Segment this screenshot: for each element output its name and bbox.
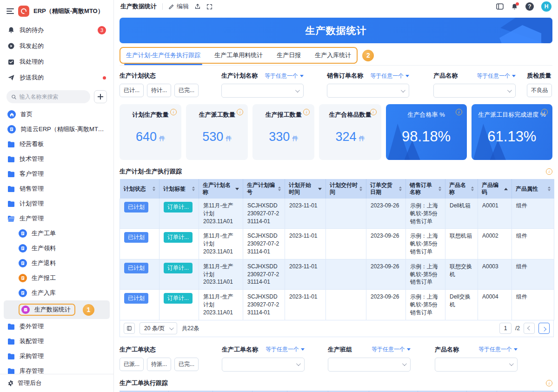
plan-name-select[interactable] [221,84,304,98]
search-input[interactable] [20,93,86,100]
column-header[interactable]: 计划交付时间 [326,179,366,199]
info-icon[interactable] [370,109,377,115]
gear-icon [7,380,14,386]
sidebar-folder-customer[interactable]: 客户管理 [4,166,110,181]
team-select[interactable] [328,358,411,372]
sidebar-item-material-pick[interactable]: 生产领料 [4,241,110,256]
column-header[interactable]: 产品属性 [512,179,554,199]
column-header[interactable]: 生产计划名称 [199,179,243,199]
order-name-select[interactable] [222,358,305,372]
edit-button[interactable]: 编辑 [168,2,189,11]
menu-toggle-icon[interactable] [7,8,14,14]
column-header[interactable]: 销售订单名称 [418,391,466,392]
table-row[interactable]: 已计划 订单计... 第11月-生产计划 2023.11A01 SCJHXSDD… [120,290,554,320]
filter-status-done[interactable]: 已完... [174,84,199,97]
share-button[interactable] [194,3,201,10]
kpi-value: 324 [335,130,356,144]
column-header[interactable]: 产品属性 [533,391,554,392]
collapse-panel-button[interactable] [496,3,504,10]
next-page-button[interactable] [538,323,550,334]
column-header[interactable]: 生产工单编号 [168,391,213,392]
column-header[interactable]: 计划状态 [120,179,159,199]
help-button[interactable] [525,2,534,11]
filter-status-planned[interactable]: 已计... [120,84,144,97]
info-icon[interactable] [546,168,552,175]
sidebar-item-work-report[interactable]: 生产报工 [4,271,110,286]
column-header[interactable]: 订单交货日期 [366,179,406,199]
sidebar-item-processed[interactable]: 我处理的 [4,54,110,70]
column-header[interactable]: 工单状态 [213,391,252,392]
tab-daily-report[interactable]: 生产日报 [277,51,301,60]
sidebar-folder-dashboard[interactable]: 经营看板 [4,137,110,152]
column-header[interactable]: 产品编码 [478,179,512,199]
sidebar-item-cc[interactable]: 抄送我的 [4,70,110,86]
filter-status-pending[interactable]: 待派... [147,358,171,371]
filter-operator-dropdown[interactable]: 等于任意一个 [370,72,409,80]
page-input[interactable]: 1 [499,323,512,334]
cell-plan-name: 第11月-生产计划 2023.11A01 [199,259,243,289]
admin-backend-button[interactable]: 管理后台 [0,374,113,392]
tab-order-material-stats[interactable]: 生产工单用料统计 [214,51,263,60]
info-icon[interactable] [541,109,548,115]
table-row[interactable]: 已计划 订单计... 第11月-生产计划 2023.11A01 SCJHXSDD… [120,229,554,259]
column-header[interactable]: 产品编码 [497,391,533,392]
column-header[interactable]: 销售订单名称 [406,179,445,199]
product-name-select[interactable] [435,358,518,372]
user-avatar[interactable]: H [541,1,551,12]
notifications-button[interactable] [511,3,518,10]
filter-operator-dropdown[interactable]: 等于任意一个 [477,72,516,80]
sidebar-item-home[interactable]: 首页 [4,107,110,122]
filter-operator-dropdown[interactable]: 等于任意一个 [265,72,304,80]
info-icon[interactable] [170,109,177,115]
sidebar-search[interactable] [7,90,90,103]
sidebar-item-jdy-erp[interactable]: 简道云ERP（精细版-离散MTO）「... [4,122,110,137]
tab-plan-task-tracking[interactable]: 生产计划-生产任务执行跟踪 [126,51,200,60]
sidebar-item-initiated[interactable]: 我发起的 [4,38,110,54]
info-icon[interactable] [303,109,310,115]
sidebar-folder-assembly[interactable]: 装配管理 [4,334,110,349]
tab-inbound-stats[interactable]: 生产入库统计 [315,51,351,60]
sidebar-folder-inventory[interactable]: 库存管理 [4,364,110,374]
sidebar-folder-production[interactable]: 生产管理 [4,211,110,226]
product-name-select[interactable] [433,84,516,98]
column-header[interactable]: 工单结束日期 [328,391,369,392]
filter-operator-dropdown[interactable]: 等于任意一个 [372,345,411,353]
sidebar-folder-planning[interactable]: 计划管理 [4,196,110,211]
filter-status-pending[interactable]: 待计... [147,84,171,97]
column-header[interactable]: 工单开始日期 [287,391,328,392]
filter-defective-button[interactable]: 不良品 [527,84,552,97]
column-header[interactable]: 生产工单名称 [120,391,168,392]
sidebar-folder-sales[interactable]: 销售管理 [4,181,110,196]
table-row[interactable]: 已计划 订单计... 第11月-生产计划 2023.11A01 SCJHXSDD… [120,199,554,229]
fullscreen-button[interactable] [206,4,213,10]
column-header[interactable]: 产品名称 [445,179,478,199]
filter-operator-dropdown[interactable]: 等于任意一个 [478,345,518,353]
column-header[interactable]: 生产班组 [252,391,287,392]
sidebar-item-production-order[interactable]: 生产工单 [4,226,110,241]
cell-plan-code: SCJHXSDD230927-07-231114-01 [243,229,285,259]
column-settings-button[interactable] [124,323,135,334]
info-icon[interactable] [237,109,243,115]
sidebar-folder-tech[interactable]: 技术管理 [4,152,110,166]
filter-status-dispatched[interactable]: 已派... [120,358,144,371]
table-row[interactable]: 已计划 订单计... 第11月-生产计划 2023.11A01 SCJHXSDD… [120,259,554,289]
column-header[interactable]: 生产计划名称 [369,391,418,392]
sidebar-item-todo[interactable]: 我的待办 3 [4,22,110,38]
sidebar-item-production-stats[interactable]: 生产数据统计 1 [4,300,110,319]
info-icon[interactable] [456,109,462,115]
column-header[interactable]: 生产计划编号 [243,179,285,199]
sales-order-select[interactable] [327,84,409,98]
sidebar-folder-purchasing[interactable]: 采购管理 [4,349,110,364]
column-header[interactable]: 计划标签 [159,179,199,199]
column-header[interactable]: 计划开始时间 [285,179,326,199]
info-icon[interactable] [546,380,552,386]
add-button[interactable] [94,90,107,103]
sidebar-folder-outsourcing[interactable]: 委外管理 [4,319,110,334]
page-size-select[interactable]: 20 条/页 [140,322,177,334]
filter-status-done[interactable]: 已完... [174,358,199,371]
prev-page-button[interactable] [524,323,535,334]
column-header[interactable]: 产品名称 [466,391,497,392]
sidebar-item-production-inbound[interactable]: 生产入库 [4,286,110,300]
filter-operator-dropdown[interactable]: 等于任意一个 [266,345,305,353]
sidebar-item-material-return[interactable]: 生产退料 [4,256,110,271]
